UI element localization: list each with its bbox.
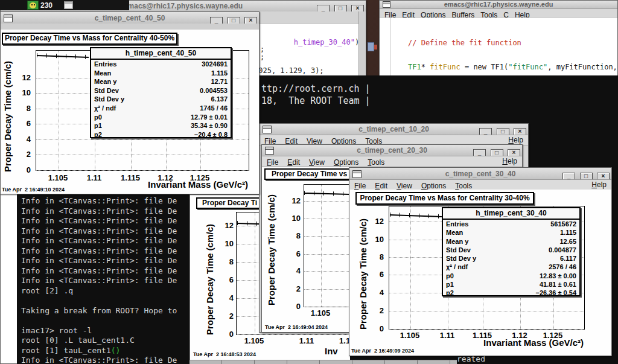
desktop-icon[interactable] xyxy=(368,42,374,51)
canvas-timestamp: Tue Apr 2 16:48:53 2024 xyxy=(193,351,256,357)
stats-label: Std Dev y xyxy=(94,95,124,104)
stats-box[interactable]: h_timep_cent_30_40 Entries 5615672 Mean … xyxy=(442,207,581,296)
top-taskbar: 230 xyxy=(0,0,129,10)
window-controls: _ □ × xyxy=(477,125,526,135)
terminal-banner-line: ttp://root.cern.ch | xyxy=(261,84,371,94)
menu-item-help[interactable]: Help xyxy=(591,180,607,190)
menu-item-help[interactable]: Help xyxy=(508,135,523,145)
taskbar-window-button[interactable] xyxy=(418,360,450,364)
menu-item[interactable]: Options xyxy=(334,158,358,167)
terminal-line: Info in <TCanvas::Print>: file De xyxy=(21,246,196,257)
gridline xyxy=(255,212,255,334)
code-fragment: 1025, 1.129, 3); xyxy=(254,66,324,75)
y-axis-tick-label: 2 xyxy=(368,306,384,315)
y-axis-tick-label: 2 xyxy=(285,284,301,293)
menu-item[interactable]: Edit xyxy=(287,158,300,167)
y-axis-tick-label: 12 xyxy=(14,73,31,82)
taskbar-window-button[interactable] xyxy=(190,360,222,364)
maximize-button[interactable]: □ xyxy=(497,128,509,135)
taskbar-window-button[interactable] xyxy=(385,360,418,364)
menubar-20-30: FileEditViewOptionsTools Help xyxy=(262,156,522,167)
minimize-button[interactable]: _ xyxy=(479,128,492,135)
plot-title: Proper Decay Time vs Mass for Centrality… xyxy=(2,33,177,45)
titlebar-40-50[interactable]: c_timep_cent_40_50 _ □ × xyxy=(1,12,259,24)
terminal-line: Info in <TCanvas::Print>: file De xyxy=(21,276,196,286)
x-axis-label: Invariant Mass (GeV/c²) xyxy=(91,179,248,190)
window-controls: _ □ × xyxy=(208,14,257,24)
titlebar-20-30[interactable]: c_timep_cent_20_30 _ □ × xyxy=(262,145,522,156)
close-button[interactable]: × xyxy=(508,149,520,156)
window-list-icon[interactable] xyxy=(64,1,73,9)
close-button[interactable]: × xyxy=(597,173,610,180)
menubar-30-40: FileEditViewOptionsTools Help xyxy=(349,180,611,190)
maximize-button[interactable]: □ xyxy=(580,173,593,180)
desktop-icon[interactable] xyxy=(374,45,377,49)
stats-value: 1.115 xyxy=(211,69,228,78)
y-axis-tick-label: 6 xyxy=(218,275,234,284)
stats-value: 6.137 xyxy=(211,95,228,104)
close-button[interactable]: × xyxy=(514,128,526,135)
titlebar-30-40[interactable]: c_timep_cent_30_40 _ □ × xyxy=(349,168,611,180)
x-axis-tick-label: 1.105 xyxy=(48,173,68,182)
gridline xyxy=(410,206,411,329)
code-area: // Define the fit function TF1* fitFunc … xyxy=(408,23,617,77)
stats-label: Mean xyxy=(446,228,463,237)
stats-value: 35.34 ± 0.90 xyxy=(191,121,228,130)
stats-row: p0 12.79 ± 0.01 xyxy=(91,113,231,122)
x-axis-label: Invariant Mass (GeV/c²) xyxy=(427,337,584,348)
y-axis-label: Proper Decay Time (cm/c) xyxy=(266,194,276,305)
titlebar-emacs-right[interactable]: emacs@rhic17.physics.wayne.edu xyxy=(380,1,617,9)
menu-item-help[interactable]: Help xyxy=(502,156,517,166)
emacs-right-menubar: FileEditOptionsBuffersToolsCHelp xyxy=(380,9,617,18)
gridline xyxy=(59,51,59,170)
bottom-taskbar[interactable] xyxy=(190,360,457,364)
gridline xyxy=(389,329,584,330)
plot-title: Proper Decay Time vs Mass for Centrality… xyxy=(355,192,534,205)
stats-box[interactable]: h_timep_cent_40_50 Entries 3024691 Mean … xyxy=(90,47,232,138)
desktop: emacs@rhic17.physics.wayne.edu _ □ × h_t… xyxy=(0,0,618,364)
x-axis-tick-label: 1.105 xyxy=(400,331,420,340)
y-axis-tick-label: 0 xyxy=(218,330,234,339)
window-title: emacs@rhic17.physics.wayne.edu xyxy=(380,1,617,8)
menu-item[interactable]: File xyxy=(267,158,278,167)
stats-value: 0.004877 xyxy=(549,246,576,254)
window-controls: _ □ × xyxy=(315,2,364,12)
y-axis-tick-label: 4 xyxy=(218,293,234,302)
maximize-button[interactable]: □ xyxy=(491,149,503,156)
taskbar-window-button[interactable] xyxy=(287,360,320,364)
taskbar-window-button[interactable] xyxy=(352,360,385,364)
smiley-icon[interactable] xyxy=(27,1,39,10)
terminal-line: Info in <TCanvas::Print>: file De xyxy=(21,266,196,276)
stats-label: Mean y xyxy=(94,77,116,86)
canvas-40-50[interactable]: Proper Decay Time vs Mass for Centrality… xyxy=(1,30,259,194)
minimize-button[interactable]: _ xyxy=(562,173,575,180)
menu-item[interactable]: Tools xyxy=(368,158,384,167)
minimize-button[interactable]: _ xyxy=(473,149,486,156)
y-axis-tick-label: 6 xyxy=(14,119,31,128)
taskbar-window-button[interactable] xyxy=(320,360,352,364)
stats-label: p0 xyxy=(94,113,102,122)
stats-row: Mean y 12.65 xyxy=(443,237,579,246)
stats-label: χ² / ndf xyxy=(94,104,116,113)
stats-label: p2 xyxy=(94,130,102,139)
taskbar-window-button[interactable] xyxy=(222,360,255,364)
stats-row: Mean y 12.71 xyxy=(91,77,231,86)
canvas-30-40[interactable]: Proper Decay Time vs Mass for Centrality… xyxy=(349,190,611,356)
titlebar-10-20[interactable]: c_timep_cent_10_20 _ □ × xyxy=(260,124,528,135)
canvas-timestamp: Tue Apr 2 16:49:10 2024 xyxy=(2,187,65,193)
taskbar-window-button[interactable] xyxy=(255,360,287,364)
stats-value: 5615672 xyxy=(550,220,576,228)
stats-row: p0 12.83 ± 0.00 xyxy=(443,272,579,280)
window-canvas-40-50: c_timep_cent_40_50 _ □ × Proper Decay Ti… xyxy=(0,11,260,194)
stats-value: −26.36 ± 0.54 xyxy=(535,289,576,297)
code-fragment: ; xyxy=(260,45,264,53)
terminal-line: root [0] .L tauL_cent1.C xyxy=(21,336,196,346)
stats-value: 3024691 xyxy=(202,60,228,69)
window-emacs-right: emacs@rhic17.physics.wayne.edu FileEditO… xyxy=(379,0,618,77)
emacs-right-buffer[interactable]: // Define the fit function TF1* fitFunc … xyxy=(380,18,617,77)
code-comment: // Define the fit function xyxy=(408,39,521,47)
stats-value: −20.4 ± 0.8 xyxy=(194,130,228,139)
menu-item[interactable]: View xyxy=(309,158,325,167)
emacs-fringe xyxy=(390,18,390,77)
terminal-line: Info in <TCanvas::Print>: file De xyxy=(21,196,196,206)
